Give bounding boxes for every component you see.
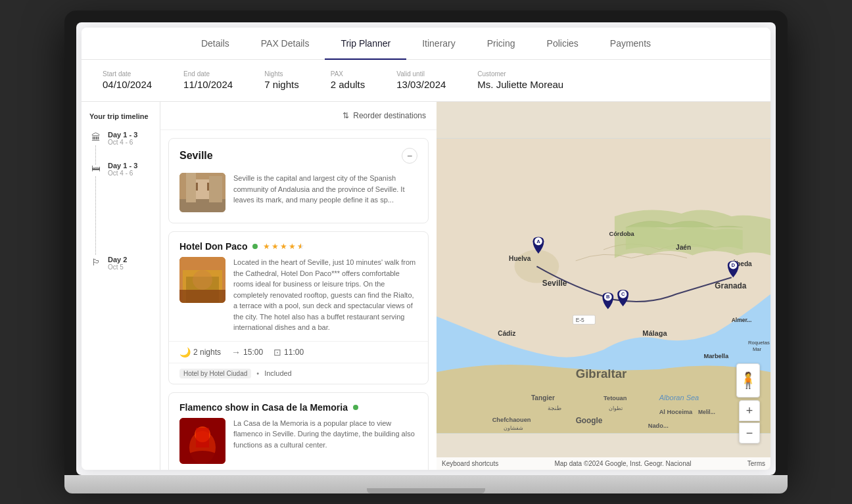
star-3: ★ <box>280 242 287 251</box>
svg-text:Marbella: Marbella <box>703 353 729 359</box>
main-content: Your trip timeline 🏛 Day 1 - 3 Oct 4 - 6… <box>82 102 770 470</box>
hotel-card: Hotel Don Paco ★ ★ ★ ★ ★★ <box>168 231 429 384</box>
hotel-body: Located in the heart of Seville, just 10… <box>169 257 428 341</box>
hotel-description: Located in the heart of Seville, just 10… <box>233 257 417 333</box>
timeline-item-1: 🏛 Day 1 - 3 Oct 4 - 6 <box>89 131 152 146</box>
hotel-details: 🌙 2 nights → 15:00 ⊡ 11:00 <box>169 341 428 363</box>
keyboard-shortcuts[interactable]: Keyboard shortcuts <box>442 460 498 467</box>
svg-text:Melil...: Melil... <box>698 409 715 415</box>
dest-image <box>179 173 225 212</box>
svg-text:Google: Google <box>576 416 603 425</box>
svg-text:Córdoba: Córdoba <box>609 231 634 237</box>
tab-itinerary[interactable]: Itinerary <box>406 28 471 59</box>
svg-text:Al Hoceima: Al Hoceima <box>659 409 693 415</box>
svg-text:تطوان: تطوان <box>609 405 623 411</box>
reorder-label: Reorder destinations <box>353 111 426 120</box>
svg-text:D: D <box>732 262 736 268</box>
svg-text:Roquetas de: Roquetas de <box>748 340 770 346</box>
tab-pax-details[interactable]: PAX Details <box>245 28 325 59</box>
end-date-label: End date <box>183 70 233 78</box>
svg-text:Chefchaouen: Chefchaouen <box>492 417 531 423</box>
svg-text:شفشاون: شفشاون <box>504 424 523 431</box>
activity-image <box>179 418 225 464</box>
activity-header: Flamenco show in Casa de la Memoria <box>169 393 428 418</box>
nights-item: Nights 7 nights <box>264 70 299 91</box>
tab-payments[interactable]: Payments <box>594 28 667 59</box>
timeline-text-3: Day 2 Oct 5 <box>108 256 127 271</box>
timeline-connector-2 <box>95 176 96 255</box>
checkin-value: 15:00 <box>243 348 263 357</box>
screen-bezel: Details PAX Details Trip Planner Itinera… <box>64 11 788 475</box>
hotel-footer: Hotel by Hotel Ciudad • Included <box>169 363 428 384</box>
nights-value: 7 nights <box>264 79 299 90</box>
timeline-text-2: Day 1 - 3 Oct 4 - 6 <box>108 162 137 177</box>
hotel-image <box>179 257 225 303</box>
date-label-1: Oct 4 - 6 <box>108 139 137 146</box>
nights-value: 2 nights <box>193 348 221 357</box>
tab-trip-planner[interactable]: Trip Planner <box>325 28 406 59</box>
activity-online-indicator <box>353 405 358 410</box>
building-icon: 🏛 <box>89 131 103 144</box>
map-data-attribution: Map data ©2024 Google, Inst. Geogr. Naci… <box>554 460 691 467</box>
date-label-3: Oct 5 <box>108 263 127 271</box>
reorder-button[interactable]: ⇅ Reorder destinations <box>343 111 426 120</box>
terms-link[interactable]: Terms <box>747 460 765 467</box>
svg-rect-7 <box>209 176 222 202</box>
svg-text:B: B <box>606 294 610 300</box>
day-label-1: Day 1 - 3 <box>108 131 137 139</box>
checkout-value: 11:00 <box>284 348 304 357</box>
tab-pricing[interactable]: Pricing <box>471 28 531 59</box>
app-container: Details PAX Details Trip Planner Itinera… <box>82 28 770 470</box>
svg-text:Tetouan: Tetouan <box>604 395 627 401</box>
checkout-icon: ⊡ <box>273 347 281 357</box>
timeline-text-1: Day 1 - 3 Oct 4 - 6 <box>108 131 137 146</box>
pax-value: 2 adults <box>331 79 366 90</box>
hotel-dot-separator: • <box>256 369 259 377</box>
star-1: ★ <box>263 242 270 251</box>
svg-text:Alboran Sea: Alboran Sea <box>659 394 699 401</box>
zoom-out-button[interactable]: − <box>739 423 760 444</box>
content-header: ⇅ Reorder destinations <box>160 102 437 130</box>
tab-policies[interactable]: Policies <box>531 28 594 59</box>
svg-text:Almer...: Almer... <box>732 317 752 323</box>
svg-text:طنجة: طنجة <box>548 405 561 411</box>
activity-body: La Casa de la Memoria is a popular place… <box>169 418 428 470</box>
start-date-value: 04/10/2024 <box>103 79 152 90</box>
checkin-detail: → 15:00 <box>231 347 263 357</box>
map-area: Huelva Seville Cádiz Málaga Marbella Úbe… <box>437 102 770 470</box>
person-icon: 🧍 <box>738 371 758 390</box>
timeline-item-2: 🛏 Day 1 - 3 Oct 4 - 6 <box>89 162 152 177</box>
svg-text:Cádiz: Cádiz <box>498 330 515 337</box>
activity-name: Flamenco show in Casa de la Memoria <box>179 402 348 413</box>
checkout-detail: ⊡ 11:00 <box>273 347 304 357</box>
star-4: ★ <box>289 242 296 251</box>
reorder-icon: ⇅ <box>343 111 349 120</box>
svg-text:Jaén: Jaén <box>676 244 691 251</box>
activity-description: La Casa de la Memoria is a popular place… <box>233 418 417 464</box>
valid-until-value: 13/03/2024 <box>396 79 446 90</box>
hotel-name: Hotel Don Paco <box>179 241 247 252</box>
nights-label: Nights <box>264 70 299 78</box>
customer-label: Customer <box>477 70 563 78</box>
pax-label: PAX <box>331 70 366 78</box>
laptop-container: Details PAX Details Trip Planner Itinera… <box>64 11 788 493</box>
tab-details[interactable]: Details <box>185 28 245 59</box>
timeline-sidebar: Your trip timeline 🏛 Day 1 - 3 Oct 4 - 6… <box>82 102 160 470</box>
bed-icon: 🛏 <box>89 162 103 175</box>
valid-until-label: Valid until <box>396 70 446 78</box>
end-date-item: End date 11/10/2024 <box>183 70 233 91</box>
street-view-button[interactable]: 🧍 <box>736 363 760 398</box>
svg-text:E-5: E-5 <box>576 317 584 323</box>
screen: Details PAX Details Trip Planner Itinera… <box>76 22 776 475</box>
svg-point-16 <box>186 451 219 464</box>
dest-image-inner <box>179 173 225 212</box>
zoom-in-button[interactable]: + <box>739 400 760 421</box>
dest-collapse-button[interactable]: − <box>402 148 417 164</box>
dest-info: Seville is the capital and largest city … <box>169 173 428 223</box>
nav-tabs: Details PAX Details Trip Planner Itinera… <box>82 28 770 60</box>
svg-text:Gibraltar: Gibraltar <box>576 367 627 380</box>
customer-item: Customer Ms. Juliette Moreau <box>477 70 563 91</box>
sidebar-title: Your trip timeline <box>89 112 152 120</box>
svg-text:A: A <box>536 239 540 244</box>
customer-value: Ms. Juliette Moreau <box>477 79 563 90</box>
